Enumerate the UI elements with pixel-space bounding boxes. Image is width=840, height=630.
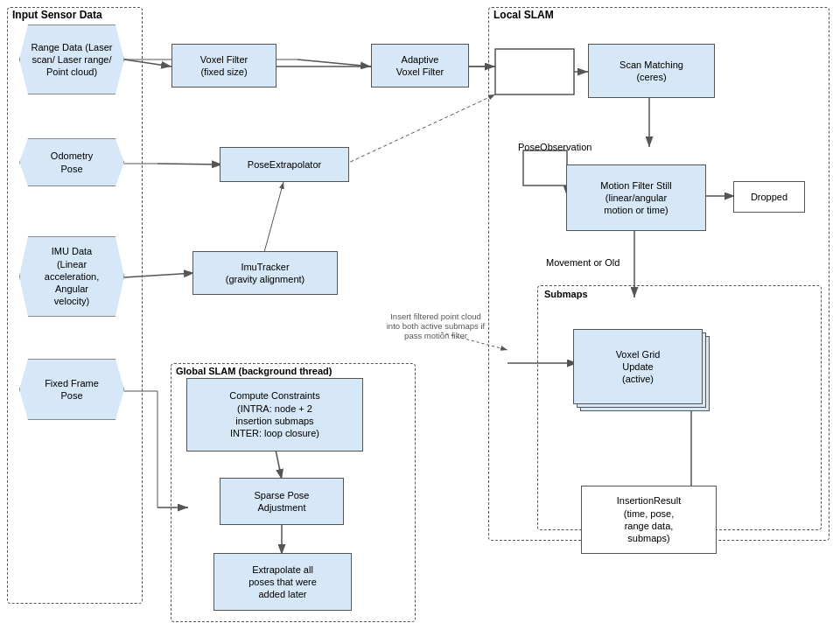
insert-filtered-text: Insert filtered point cloudinto both act… bbox=[374, 312, 497, 340]
dropped-node: Dropped bbox=[733, 181, 805, 213]
range-data-node: Range Data (Laser scan/ Laser range/ Poi… bbox=[19, 24, 124, 94]
odometry-pose-node: OdometryPose bbox=[19, 138, 124, 186]
diagram-container: Input Sensor Data Local SLAM Submaps Glo… bbox=[0, 0, 840, 630]
compute-constraints-node: Compute Constraints(INTRA: node + 2inser… bbox=[186, 378, 363, 452]
voxel-grid-label: Voxel GridUpdate(active) bbox=[616, 348, 661, 386]
svg-line-15 bbox=[158, 164, 222, 164]
insertion-result-node: InsertionResult(time, pose,range data,su… bbox=[581, 486, 717, 554]
movement-or-old-label: Movement or Old bbox=[546, 257, 620, 268]
local-slam-label: Local SLAM bbox=[494, 9, 554, 21]
svg-line-23 bbox=[264, 182, 284, 252]
voxel-grid-stacked: Voxel GridUpdate(active) bbox=[573, 329, 703, 404]
scan-matching-node: Scan Matching(ceres) bbox=[588, 44, 715, 98]
imu-data-node: IMU Data(Linearacceleration,Angularveloc… bbox=[19, 236, 124, 317]
voxel-filter-node: Voxel Filter(fixed size) bbox=[172, 44, 276, 88]
pose-observation-label: PoseObservation bbox=[518, 142, 592, 152]
input-sensor-label: Input Sensor Data bbox=[12, 9, 102, 21]
global-slam-label: Global SLAM (background thread) bbox=[176, 366, 332, 376]
motion-filter-node: Motion Filter Still(linear/angularmotion… bbox=[566, 164, 706, 231]
fixed-frame-pose-node: Fixed FramePose bbox=[19, 359, 124, 420]
svg-line-3 bbox=[298, 60, 371, 66]
imu-tracker-node: ImuTracker(gravity alignment) bbox=[192, 251, 338, 295]
pose-extrapolator-node: PoseExtrapolator bbox=[220, 147, 349, 182]
svg-line-22 bbox=[345, 94, 495, 164]
adaptive-voxel-node: AdaptiveVoxel Filter bbox=[371, 44, 469, 88]
extrapolate-poses-node: Extrapolate allposes that wereadded late… bbox=[214, 553, 352, 611]
submaps-label: Submaps bbox=[544, 289, 588, 299]
sparse-pose-node: Sparse PoseAdjustment bbox=[220, 478, 344, 525]
